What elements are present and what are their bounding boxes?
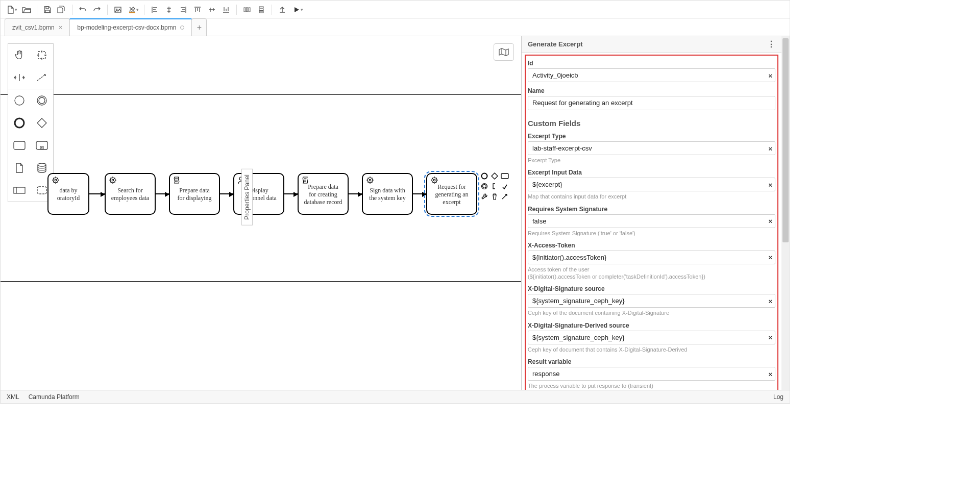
close-icon[interactable]: ×	[59, 23, 63, 31]
color-dropdown[interactable]: ▾	[136, 7, 141, 12]
clear-icon[interactable]: ×	[768, 144, 772, 152]
clear-icon[interactable]: ×	[768, 297, 772, 305]
panel-title: Generate Excerpt	[528, 40, 583, 48]
properties-panel-toggle[interactable]: Properties Panel	[241, 169, 253, 226]
svg-rect-5	[244, 8, 246, 12]
gateway-tool[interactable]	[31, 112, 53, 134]
append-end-event[interactable]	[480, 172, 488, 180]
subprocess-tool[interactable]	[31, 134, 53, 157]
connect-tool[interactable]	[31, 66, 53, 89]
task-tool[interactable]	[8, 134, 31, 157]
properties-panel-label: Properties Panel	[243, 175, 251, 220]
bpmn-task[interactable]: Prepare data for creating database recor…	[298, 173, 349, 215]
field-input[interactable]	[528, 178, 775, 191]
section-title: Custom Fields	[528, 119, 775, 128]
tab-add-button[interactable]: +	[191, 18, 207, 36]
bpmn-task[interactable]: Prepare data for displaying	[169, 173, 220, 215]
bpmn-task[interactable]: Search for employees data	[105, 173, 156, 215]
save-all-button[interactable]	[55, 3, 69, 17]
append-task[interactable]	[501, 172, 509, 180]
clear-icon[interactable]: ×	[768, 254, 772, 261]
end-event-tool[interactable]	[8, 112, 31, 134]
log-tab[interactable]: Log	[773, 393, 783, 401]
save-button[interactable]	[40, 3, 55, 17]
svg-rect-21	[37, 187, 46, 194]
field-input[interactable]	[528, 331, 775, 344]
svg-rect-0	[46, 7, 48, 9]
bpmn-task[interactable]: Display personnel data	[233, 173, 284, 215]
distribute-h-button[interactable]	[240, 3, 254, 17]
context-pad	[480, 172, 511, 201]
field-input[interactable]	[528, 251, 775, 264]
sequence-flow[interactable]	[220, 193, 233, 194]
scrollbar-thumb[interactable]	[782, 38, 789, 242]
sequence-flow[interactable]	[413, 193, 426, 194]
clear-icon[interactable]: ×	[768, 217, 772, 225]
change-type[interactable]	[501, 182, 509, 190]
sequence-flow[interactable]	[284, 193, 298, 194]
open-file-button[interactable]	[19, 3, 34, 17]
data-object-tool[interactable]	[8, 157, 31, 179]
lasso-tool[interactable]	[31, 44, 53, 66]
id-input[interactable]	[528, 68, 775, 82]
svg-point-30	[433, 179, 435, 181]
align-center-v-button[interactable]	[205, 3, 219, 17]
kebab-menu-icon[interactable]: ⋮	[767, 39, 775, 49]
undo-button[interactable]	[76, 3, 90, 17]
align-left-button[interactable]	[148, 3, 162, 17]
bpmn-task-selected[interactable]: Request for generating an excerpt	[426, 173, 477, 215]
field-input[interactable]	[528, 294, 775, 308]
file-tabs: zvit_csv1.bpmn × bp-modeling-excerpt-csv…	[1, 19, 790, 36]
align-bottom-button[interactable]	[219, 3, 233, 17]
align-top-button[interactable]	[190, 3, 205, 17]
tab-file-2[interactable]: bp-modeling-excerpt-csv-docx.bpmn	[69, 18, 192, 36]
sequence-flow[interactable]	[349, 193, 362, 194]
scrollbar[interactable]	[781, 36, 790, 390]
new-file-dropdown[interactable]: ▾	[15, 7, 19, 12]
task-label: Request for generating an excerpt	[435, 183, 469, 206]
distribute-v-button[interactable]	[254, 3, 268, 17]
clear-icon[interactable]: ×	[768, 370, 772, 378]
align-right-button[interactable]	[176, 3, 190, 17]
dirty-indicator-icon	[180, 26, 184, 30]
append-gateway[interactable]	[491, 172, 499, 180]
clear-icon[interactable]: ×	[768, 71, 772, 79]
diagram-canvas[interactable]: data by oratoryId Search for employees d…	[1, 36, 521, 390]
wrench-icon[interactable]	[480, 192, 488, 201]
tab-file-1[interactable]: zvit_csv1.bpmn ×	[5, 18, 70, 36]
deploy-button[interactable]	[275, 3, 289, 17]
platform-tab[interactable]: Camunda Platform	[29, 393, 80, 401]
image-button[interactable]	[111, 3, 125, 17]
svg-rect-6	[249, 8, 250, 12]
connect-icon[interactable]	[501, 192, 509, 201]
redo-button[interactable]	[90, 3, 104, 17]
annotation[interactable]	[491, 182, 499, 190]
properties-panel: Generate Excerpt ⋮ Id × Name Custom Fiel…	[521, 36, 790, 390]
svg-point-31	[482, 173, 487, 179]
align-center-h-button[interactable]	[162, 3, 176, 17]
delete-icon[interactable]	[491, 192, 499, 201]
clear-icon[interactable]: ×	[768, 181, 772, 188]
start-event-tool[interactable]	[8, 89, 31, 112]
sequence-flow[interactable]	[156, 193, 169, 194]
space-tool[interactable]	[8, 66, 31, 89]
field-input[interactable]	[528, 214, 775, 228]
field-input[interactable]	[528, 141, 775, 155]
field-hint: Map that contains input data for excerpt	[528, 193, 775, 200]
intermediate-event-tool[interactable]	[31, 89, 53, 112]
minimap-toggle[interactable]	[494, 43, 514, 61]
sequence-flow[interactable]	[89, 193, 105, 194]
field-label: X-Digital-Signature-Derived source	[528, 322, 775, 329]
clear-icon[interactable]: ×	[768, 334, 772, 341]
run-dropdown[interactable]: ▾	[301, 7, 305, 12]
service-task-icon	[109, 176, 117, 184]
field-label: X-Access-Token	[528, 242, 775, 249]
append-intermediate-event[interactable]	[480, 182, 488, 190]
name-input[interactable]	[528, 96, 775, 110]
pool-tool[interactable]	[8, 179, 31, 202]
field-input[interactable]	[528, 367, 775, 381]
bpmn-task[interactable]: Sign data with the system key	[362, 173, 413, 215]
hand-tool[interactable]	[8, 44, 31, 66]
bpmn-task[interactable]: data by oratoryId	[47, 173, 89, 215]
xml-tab[interactable]: XML	[7, 393, 19, 401]
